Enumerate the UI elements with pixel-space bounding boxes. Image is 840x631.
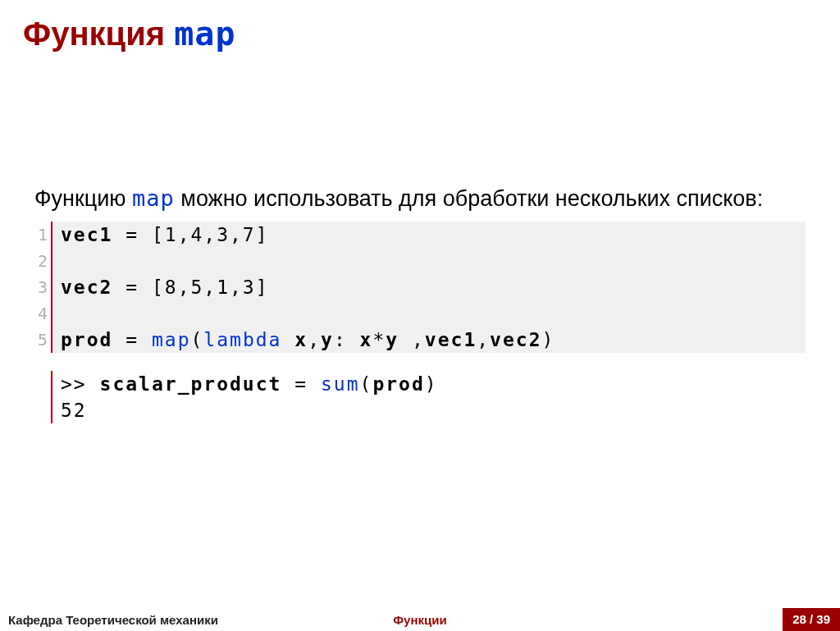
output-token: ( [360, 373, 373, 395]
output-line: 52 [61, 397, 806, 423]
body-prefix: Функцию [34, 186, 132, 211]
output-token: = [281, 373, 321, 395]
code-token [281, 329, 294, 350]
code-token: = [112, 329, 152, 350]
code-line [61, 248, 806, 274]
output-token-var: prod [372, 373, 424, 395]
code-token: ( [190, 329, 203, 350]
output-block: >> scalar_product = sum(prod) 52 [51, 371, 806, 423]
code-token-var: x [294, 329, 308, 350]
slide-title: Функция map [0, 0, 840, 53]
code-token-var: vec2 [61, 277, 112, 298]
output-token-builtin: sum [321, 373, 360, 395]
code-token: : [334, 329, 360, 350]
code-token-var: vec1 [425, 329, 477, 350]
code-token-var: y [321, 329, 334, 350]
code-token-var: vec1 [61, 224, 112, 245]
output-token: ) [425, 373, 438, 395]
code-line: vec2 = [8,5,1,3] [61, 274, 806, 300]
body-text: Функцию map можно использовать для обраб… [34, 184, 806, 213]
code-token-var: y [386, 329, 399, 350]
output-token-var: scalar_product [100, 373, 282, 395]
code-line [61, 300, 806, 327]
body-suffix: можно использовать для обработки несколь… [175, 186, 763, 211]
line-number: 2 [34, 248, 48, 274]
footer-left: Кафедра Теоретической механики [0, 613, 218, 627]
code-token-var: x [360, 329, 373, 350]
line-number: 3 [34, 274, 48, 300]
output-token: >> [61, 373, 100, 395]
code-block: 1 2 3 4 5 vec1 = [1,4,3,7] vec2 = [8,5,1… [34, 222, 806, 353]
code-token: = [8,5,1,3] [112, 277, 268, 298]
code-token: * [372, 329, 386, 350]
output-line: >> scalar_product = sum(prod) [61, 371, 806, 397]
code-line: vec1 = [1,4,3,7] [61, 222, 806, 248]
footer-page-badge: 28 / 39 [783, 608, 840, 631]
code-token: , [308, 329, 321, 350]
code-line: prod = map(lambda x,y: x*y ,vec1,vec2) [61, 327, 806, 353]
code-token-var: vec2 [490, 329, 541, 350]
code-token: = [1,4,3,7] [112, 224, 268, 245]
line-number: 4 [34, 300, 48, 327]
code-token-var: prod [61, 329, 112, 350]
code-token: , [477, 329, 490, 350]
title-word: Функция [23, 16, 165, 52]
code-token: , [399, 329, 425, 350]
body-inline-code: map [132, 185, 175, 211]
code-token-keyword: lambda [203, 329, 281, 350]
footer-center: Функции [393, 613, 446, 627]
line-number: 1 [34, 222, 48, 248]
code-token: ) [542, 329, 555, 350]
code-gutter: 1 2 3 4 5 [34, 222, 51, 353]
code-area: vec1 = [1,4,3,7] vec2 = [8,5,1,3] prod =… [51, 222, 806, 353]
title-code: map [174, 15, 235, 53]
slide-content: Функцию map можно использовать для обраб… [0, 53, 840, 423]
footer: Кафедра Теоретической механики Функции 2… [0, 608, 840, 631]
output-token: 52 [61, 400, 87, 421]
line-number: 5 [34, 327, 48, 353]
code-token-builtin: map [152, 329, 191, 350]
